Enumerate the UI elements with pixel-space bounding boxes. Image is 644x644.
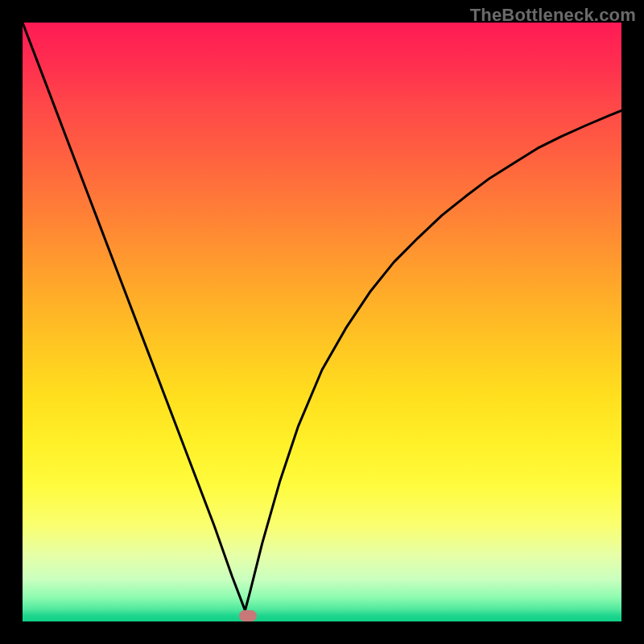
chart-frame: TheBottleneck.com [0,0,644,644]
bottleneck-curve [23,23,621,621]
watermark-text: TheBottleneck.com [470,5,636,26]
optimal-point-marker [239,610,257,621]
plot-area [23,23,621,621]
